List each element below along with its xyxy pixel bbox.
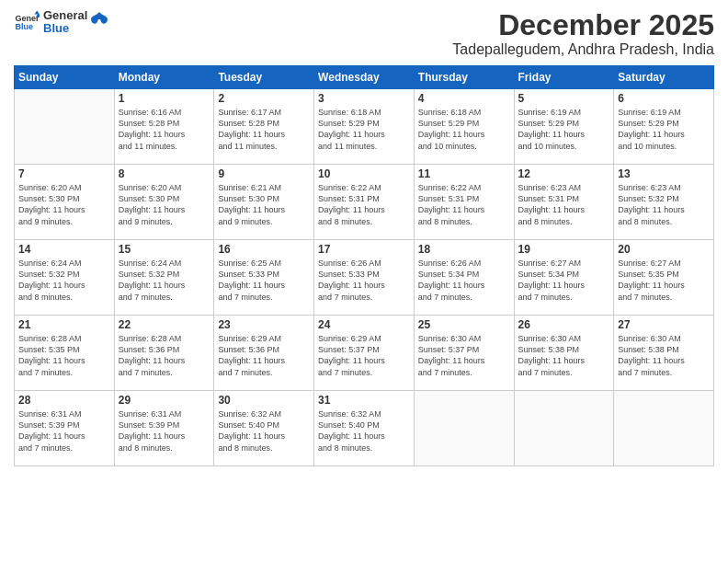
cell-info-text: and 8 minutes. [218, 442, 310, 454]
day-number: 5 [518, 92, 610, 105]
calendar-cell: 29Sunrise: 6:31 AMSunset: 5:39 PMDayligh… [114, 391, 214, 466]
calendar-cell: 26Sunrise: 6:30 AMSunset: 5:38 PMDayligh… [514, 316, 614, 391]
cell-info-text: Daylight: 11 hours [218, 280, 310, 291]
cell-info-text: and 7 minutes. [119, 292, 210, 303]
cell-info-text: Daylight: 11 hours [518, 355, 610, 366]
day-number: 27 [618, 318, 710, 331]
cell-info-text: Sunset: 5:35 PM [618, 269, 710, 280]
cell-info-text: and 7 minutes. [518, 367, 610, 378]
calendar-cell: 31Sunrise: 6:32 AMSunset: 5:40 PMDayligh… [314, 391, 415, 466]
cell-info-text: Daylight: 11 hours [119, 355, 210, 366]
cell-info-text: Daylight: 11 hours [218, 129, 310, 140]
cell-info-text: Daylight: 11 hours [119, 129, 210, 140]
cell-info-text: Sunrise: 6:23 AM [518, 182, 610, 193]
cell-info-text: and 8 minutes. [119, 442, 210, 454]
header-sunday: Sunday [15, 66, 115, 89]
calendar-cell: 4Sunrise: 6:18 AMSunset: 5:29 PMDaylight… [414, 89, 514, 165]
calendar-cell: 19Sunrise: 6:27 AMSunset: 5:34 PMDayligh… [514, 240, 614, 316]
day-number: 26 [518, 318, 610, 331]
cell-info-text: and 10 minutes. [618, 141, 710, 152]
cell-info-text: and 10 minutes. [418, 141, 510, 152]
cell-info-text: and 8 minutes. [318, 216, 410, 227]
calendar-cell: 17Sunrise: 6:26 AMSunset: 5:33 PMDayligh… [314, 240, 415, 316]
cell-info-text: Sunrise: 6:31 AM [119, 408, 210, 419]
cell-info-text: and 8 minutes. [318, 442, 410, 454]
cell-info-text: Sunrise: 6:28 AM [18, 333, 110, 344]
cell-info-text: Daylight: 11 hours [18, 204, 110, 215]
day-number: 23 [218, 318, 310, 331]
calendar-cell: 15Sunrise: 6:24 AMSunset: 5:32 PMDayligh… [114, 240, 214, 316]
cell-info-text: Sunrise: 6:21 AM [218, 182, 310, 193]
cell-info-text: Sunrise: 6:24 AM [18, 258, 110, 269]
week-row-4: 21Sunrise: 6:28 AMSunset: 5:35 PMDayligh… [15, 316, 714, 391]
cell-info-text: Sunset: 5:30 PM [218, 193, 310, 204]
day-number: 28 [18, 394, 110, 407]
cell-info-text: Sunset: 5:39 PM [18, 419, 110, 431]
day-number: 31 [318, 394, 410, 407]
cell-info-text: Sunset: 5:29 PM [418, 118, 510, 129]
logo-bird-icon [91, 12, 108, 32]
calendar-cell: 14Sunrise: 6:24 AMSunset: 5:32 PMDayligh… [15, 240, 115, 316]
cell-info-text: Sunset: 5:34 PM [418, 269, 510, 280]
calendar-cell: 27Sunrise: 6:30 AMSunset: 5:38 PMDayligh… [614, 316, 714, 391]
cell-info-text: Sunset: 5:37 PM [318, 344, 410, 355]
cell-info-text: Sunset: 5:28 PM [218, 118, 310, 129]
day-number: 19 [518, 243, 610, 256]
day-number: 12 [518, 167, 610, 180]
cell-info-text: Sunset: 5:31 PM [418, 193, 510, 204]
calendar-cell: 23Sunrise: 6:29 AMSunset: 5:36 PMDayligh… [214, 316, 314, 391]
cell-info-text: Daylight: 11 hours [318, 431, 410, 442]
cell-info-text: Sunset: 5:35 PM [18, 344, 110, 355]
calendar-cell: 7Sunrise: 6:20 AMSunset: 5:30 PMDaylight… [15, 165, 115, 240]
page: General Blue General Blue December 2025 … [0, 0, 728, 563]
cell-info-text: Sunrise: 6:30 AM [418, 333, 510, 344]
cell-info-text: Daylight: 11 hours [218, 355, 310, 366]
logo: General Blue General Blue [14, 9, 108, 36]
cell-info-text: Daylight: 11 hours [518, 280, 610, 291]
cell-info-text: Sunset: 5:37 PM [418, 344, 510, 355]
header-tuesday: Tuesday [214, 66, 314, 89]
day-number: 22 [119, 318, 210, 331]
cell-info-text: and 8 minutes. [18, 292, 110, 303]
cell-info-text: Sunrise: 6:17 AM [218, 107, 310, 118]
cell-info-text: Sunset: 5:38 PM [618, 344, 710, 355]
cell-info-text: Daylight: 11 hours [618, 129, 710, 140]
day-number: 21 [18, 318, 110, 331]
cell-info-text: Daylight: 11 hours [618, 280, 710, 291]
calendar-cell: 16Sunrise: 6:25 AMSunset: 5:33 PMDayligh… [214, 240, 314, 316]
calendar-cell: 13Sunrise: 6:23 AMSunset: 5:32 PMDayligh… [614, 165, 714, 240]
cell-info-text: Daylight: 11 hours [518, 129, 610, 140]
cell-info-text: Daylight: 11 hours [18, 280, 110, 291]
cell-info-text: Sunset: 5:34 PM [518, 269, 610, 280]
calendar-cell: 24Sunrise: 6:29 AMSunset: 5:37 PMDayligh… [314, 316, 415, 391]
header-saturday: Saturday [614, 66, 714, 89]
cell-info-text: Sunset: 5:28 PM [119, 118, 210, 129]
cell-info-text: Sunrise: 6:19 AM [518, 107, 610, 118]
calendar-cell: 18Sunrise: 6:26 AMSunset: 5:34 PMDayligh… [414, 240, 514, 316]
cell-info-text: Sunrise: 6:20 AM [18, 182, 110, 193]
cell-info-text: Sunset: 5:32 PM [618, 193, 710, 204]
calendar-cell: 11Sunrise: 6:22 AMSunset: 5:31 PMDayligh… [414, 165, 514, 240]
calendar-cell: 2Sunrise: 6:17 AMSunset: 5:28 PMDaylight… [214, 89, 314, 165]
calendar-cell: 20Sunrise: 6:27 AMSunset: 5:35 PMDayligh… [614, 240, 714, 316]
cell-info-text: Sunset: 5:29 PM [318, 118, 410, 129]
day-number: 8 [119, 167, 210, 180]
cell-info-text: and 7 minutes. [318, 292, 410, 303]
cell-info-text: Sunrise: 6:19 AM [618, 107, 710, 118]
day-number: 10 [318, 167, 410, 180]
cell-info-text: Sunset: 5:36 PM [119, 344, 210, 355]
cell-info-text: Sunrise: 6:24 AM [119, 258, 210, 269]
day-number: 16 [218, 243, 310, 256]
calendar-cell: 10Sunrise: 6:22 AMSunset: 5:31 PMDayligh… [314, 165, 415, 240]
calendar-cell [614, 391, 714, 466]
day-number: 2 [218, 92, 310, 105]
cell-info-text: Sunrise: 6:18 AM [418, 107, 510, 118]
calendar-cell: 25Sunrise: 6:30 AMSunset: 5:37 PMDayligh… [414, 316, 514, 391]
cell-info-text: and 7 minutes. [18, 442, 110, 454]
cell-info-text: Sunset: 5:31 PM [318, 193, 410, 204]
calendar-cell: 12Sunrise: 6:23 AMSunset: 5:31 PMDayligh… [514, 165, 614, 240]
calendar-cell: 30Sunrise: 6:32 AMSunset: 5:40 PMDayligh… [214, 391, 314, 466]
cell-info-text: and 9 minutes. [218, 216, 310, 227]
cell-info-text: and 7 minutes. [518, 292, 610, 303]
cell-info-text: and 11 minutes. [119, 141, 210, 152]
